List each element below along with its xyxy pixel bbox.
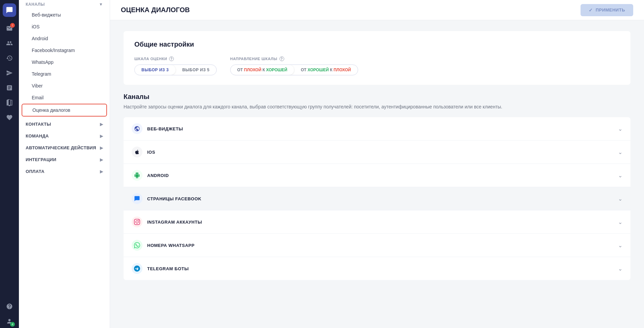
main-area: ОЦЕНКА ДИАЛОГОВ ✓ ПРИМЕНИТЬ Общие настро…	[110, 0, 644, 328]
ios-name: IOS	[147, 150, 155, 155]
whatsapp-name: НОМЕРА WHATSAPP	[147, 243, 194, 248]
instagram-icon	[132, 217, 142, 227]
nav-pulse[interactable]	[3, 111, 16, 124]
nav-reports[interactable]	[3, 81, 16, 95]
instagram-name: INSTAGRAM АККАУНТЫ	[147, 220, 202, 225]
channel-left-instagram: INSTAGRAM АККАУНТЫ	[132, 217, 202, 227]
content-area: Общие настройки ШКАЛА ОЦЕНКИ ? ВЫБОР ИЗ …	[110, 20, 644, 328]
payment-arrow-icon: ▶	[100, 169, 103, 174]
sidebar: КАНАЛЫ ▼ Веб-виджеты iOS Android Faceboo…	[19, 0, 110, 328]
channel-row-whatsapp[interactable]: НОМЕРА WHATSAPP ⌄	[124, 234, 630, 257]
direction-group: НАПРАВЛЕНИЕ ШКАЛЫ ? ОТ ПЛОХОЙ К ХОРОШЕЙ …	[230, 56, 358, 75]
general-settings-block: Общие настройки ШКАЛА ОЦЕНКИ ? ВЫБОР ИЗ …	[124, 31, 630, 85]
android-chevron-icon: ⌄	[618, 172, 622, 179]
sidebar-nav-payment[interactable]: ОПЛАТА ▶	[19, 166, 110, 177]
integrations-arrow-icon: ▶	[100, 157, 103, 162]
channel-row-web-widgets[interactable]: ВЕБ-ВИДЖЕТЫ ⌄	[124, 117, 630, 141]
channel-row-ios[interactable]: IOS ⌄	[124, 141, 630, 164]
channels-list: ВЕБ-ВИДЖЕТЫ ⌄ IOS ⌄	[124, 117, 630, 280]
direction-label: НАПРАВЛЕНИЕ ШКАЛЫ ?	[230, 56, 358, 61]
android-name: ANDROID	[147, 173, 169, 178]
nav-send[interactable]	[3, 66, 16, 80]
channel-left-android: ANDROID	[132, 170, 169, 181]
telegram-icon	[132, 263, 142, 274]
whatsapp-icon	[132, 240, 142, 251]
sidebar-channels-title: КАНАЛЫ	[26, 2, 45, 7]
whatsapp-chevron-icon: ⌄	[618, 242, 622, 249]
bad-word-2: ПЛОХОЙ	[333, 68, 351, 72]
web-icon	[132, 123, 142, 134]
facebook-icon	[132, 193, 142, 204]
sidebar-nav-auto-actions[interactable]: АВТОМАТИЧЕСКИЕ ДЕЙСТВИЯ ▶	[19, 142, 110, 154]
scale-row: ШКАЛА ОЦЕНКИ ? ВЫБОР ИЗ 3 ВЫБОР ИЗ 5 НАП…	[134, 56, 620, 75]
good-word-2: ХОРОШЕЙ	[307, 68, 329, 72]
bad-to-good-button[interactable]: ОТ ПЛОХОЙ К ХОРОШЕЙ	[231, 65, 294, 75]
channels-title: Каналы	[124, 93, 630, 101]
sidebar-integrations-label: ИНТЕГРАЦИИ	[26, 157, 56, 162]
sidebar-item-facebook[interactable]: Facebook/Instagram	[22, 45, 107, 56]
scale-label-text: ШКАЛА ОЦЕНКИ	[134, 57, 167, 61]
web-widgets-name: ВЕБ-ВИДЖЕТЫ	[147, 126, 183, 131]
instagram-chevron-icon: ⌄	[618, 219, 622, 225]
channel-row-facebook[interactable]: СТРАНИЦЫ FACEBOOK ⌄	[124, 187, 630, 210]
ios-chevron-icon: ⌄	[618, 149, 622, 155]
sidebar-item-whatsapp[interactable]: WhatsApp	[22, 56, 107, 68]
direction-toggle-group: ОТ ПЛОХОЙ К ХОРОШЕЙ ОТ ХОРОШЕЙ К ПЛОХОЙ	[230, 65, 358, 75]
logo[interactable]	[3, 3, 16, 17]
sidebar-nav-integrations[interactable]: ИНТЕГРАЦИИ ▶	[19, 154, 110, 166]
sidebar-channels-list: Веб-виджеты iOS Android Facebook/Instagr…	[19, 9, 110, 117]
nav-contacts[interactable]	[3, 36, 16, 50]
sidebar-nav-contacts[interactable]: КОНТАКТЫ ▶	[19, 118, 110, 130]
telegram-chevron-icon: ⌄	[618, 266, 622, 272]
channel-row-android[interactable]: ANDROID ⌄	[124, 164, 630, 187]
team-badge: 4	[10, 322, 15, 327]
general-settings-title: Общие настройки	[134, 41, 620, 48]
sidebar-item-android[interactable]: Android	[22, 33, 107, 44]
sidebar-contacts-label: КОНТАКТЫ	[26, 122, 51, 127]
sidebar-item-dialog-rating[interactable]: Оценка диалогов	[22, 104, 107, 117]
direction-help-icon[interactable]: ?	[279, 56, 284, 61]
nav-history[interactable]	[3, 51, 16, 65]
android-icon	[132, 170, 142, 181]
sidebar-channels-header[interactable]: КАНАЛЫ ▼	[19, 0, 110, 9]
channel-row-instagram[interactable]: INSTAGRAM АККАУНТЫ ⌄	[124, 210, 630, 234]
channel-row-telegram[interactable]: TELEGRAM БОТЫ ⌄	[124, 257, 630, 280]
sidebar-item-telegram[interactable]: Telegram	[22, 68, 107, 80]
scale-label: ШКАЛА ОЦЕНКИ ?	[134, 56, 217, 61]
direction-label-text: НАПРАВЛЕНИЕ ШКАЛЫ	[230, 57, 277, 61]
scale-5-button[interactable]: ВЫБОР ИЗ 5	[176, 65, 216, 75]
sidebar-item-ios[interactable]: iOS	[22, 21, 107, 32]
sidebar-payment-label: ОПЛАТА	[26, 169, 45, 174]
channel-left-facebook: СТРАНИЦЫ FACEBOOK	[132, 193, 202, 204]
sidebar-item-viber[interactable]: Viber	[22, 80, 107, 92]
nav-help[interactable]	[3, 300, 16, 313]
page-title: ОЦЕНКА ДИАЛОГОВ	[121, 6, 190, 14]
nav-inbox[interactable]: !	[3, 22, 16, 35]
facebook-chevron-icon: ⌄	[618, 196, 622, 202]
channel-left-telegram: TELEGRAM БОТЫ	[132, 263, 189, 274]
sidebar-team-label: КОМАНДА	[26, 133, 49, 138]
channels-description: Настройте запросы оценки диалога для каж…	[124, 103, 630, 110]
contacts-arrow-icon: ▶	[100, 122, 103, 127]
telegram-name: TELEGRAM БОТЫ	[147, 266, 189, 271]
apply-button-label: ПРИМЕНИТЬ	[596, 7, 625, 12]
sidebar-item-web-widgets[interactable]: Веб-виджеты	[22, 9, 107, 21]
ios-icon	[132, 147, 142, 157]
good-to-bad-button[interactable]: ОТ ХОРОШЕЙ К ПЛОХОЙ	[294, 65, 357, 75]
scale-group: ШКАЛА ОЦЕНКИ ? ВЫБОР ИЗ 3 ВЫБОР ИЗ 5	[134, 56, 217, 75]
channels-collapse-icon: ▼	[99, 2, 103, 7]
bad-word-1: ПЛОХОЙ	[244, 68, 262, 72]
channel-left-whatsapp: НОМЕРА WHATSAPP	[132, 240, 194, 251]
sidebar-nav-team[interactable]: КОМАНДА ▶	[19, 130, 110, 142]
sidebar-item-email[interactable]: Email	[22, 92, 107, 103]
apply-button[interactable]: ✓ ПРИМЕНИТЬ	[581, 4, 633, 16]
channel-left-ios: IOS	[132, 147, 155, 157]
icon-bar: ! 4	[0, 0, 19, 328]
inbox-badge: !	[10, 23, 15, 28]
sidebar-auto-actions-label: АВТОМАТИЧЕСКИЕ ДЕЙСТВИЯ	[26, 145, 96, 150]
scale-help-icon[interactable]: ?	[169, 56, 174, 61]
nav-book[interactable]	[3, 96, 16, 109]
scale-3-button[interactable]: ВЫБОР ИЗ 3	[135, 65, 176, 75]
facebook-name: СТРАНИЦЫ FACEBOOK	[147, 196, 202, 201]
nav-team[interactable]: 4	[3, 314, 16, 328]
